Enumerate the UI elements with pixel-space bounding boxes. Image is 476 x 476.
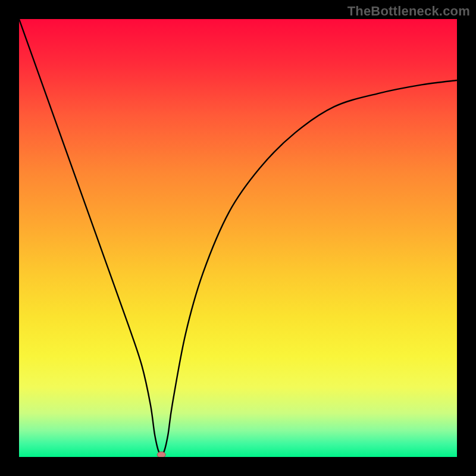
watermark-text: TheBottleneck.com — [347, 4, 470, 19]
plot-area — [19, 19, 457, 457]
bottleneck-curve — [19, 19, 457, 457]
chart-container: TheBottleneck.com — [0, 0, 476, 476]
curve-path — [19, 19, 457, 455]
marker-dot — [157, 452, 165, 457]
